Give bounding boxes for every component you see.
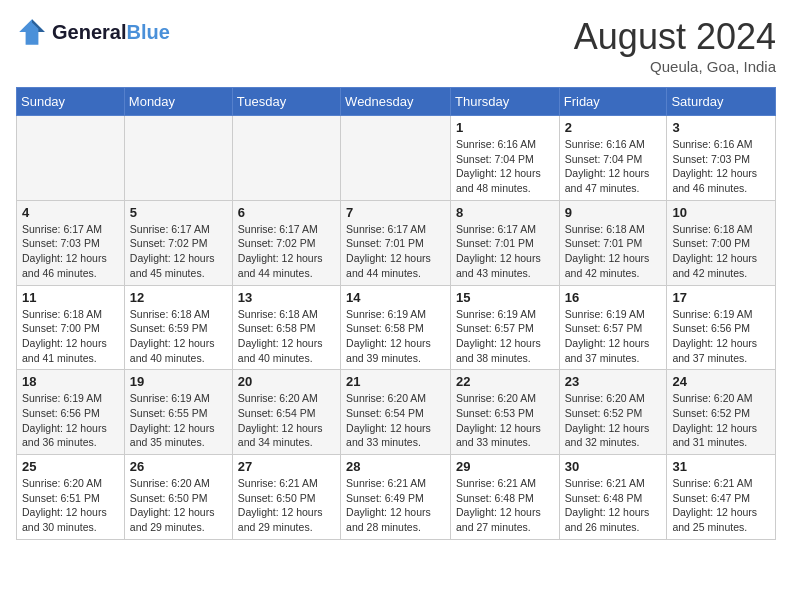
day-cell: 30Sunrise: 6:21 AM Sunset: 6:48 PM Dayli… <box>559 455 667 540</box>
day-info: Sunrise: 6:18 AM Sunset: 6:58 PM Dayligh… <box>238 307 335 366</box>
day-cell: 31Sunrise: 6:21 AM Sunset: 6:47 PM Dayli… <box>667 455 776 540</box>
day-number: 10 <box>672 205 770 220</box>
day-number: 21 <box>346 374 445 389</box>
day-cell: 18Sunrise: 6:19 AM Sunset: 6:56 PM Dayli… <box>17 370 125 455</box>
day-cell: 19Sunrise: 6:19 AM Sunset: 6:55 PM Dayli… <box>124 370 232 455</box>
day-cell: 1Sunrise: 6:16 AM Sunset: 7:04 PM Daylig… <box>451 116 560 201</box>
day-cell <box>17 116 125 201</box>
day-cell: 22Sunrise: 6:20 AM Sunset: 6:53 PM Dayli… <box>451 370 560 455</box>
week-row-5: 25Sunrise: 6:20 AM Sunset: 6:51 PM Dayli… <box>17 455 776 540</box>
day-number: 11 <box>22 290 119 305</box>
day-number: 29 <box>456 459 554 474</box>
day-number: 23 <box>565 374 662 389</box>
day-cell: 6Sunrise: 6:17 AM Sunset: 7:02 PM Daylig… <box>232 200 340 285</box>
day-info: Sunrise: 6:17 AM Sunset: 7:01 PM Dayligh… <box>346 222 445 281</box>
day-cell: 29Sunrise: 6:21 AM Sunset: 6:48 PM Dayli… <box>451 455 560 540</box>
month-title: August 2024 <box>574 16 776 58</box>
day-cell: 16Sunrise: 6:19 AM Sunset: 6:57 PM Dayli… <box>559 285 667 370</box>
day-cell: 17Sunrise: 6:19 AM Sunset: 6:56 PM Dayli… <box>667 285 776 370</box>
day-cell: 4Sunrise: 6:17 AM Sunset: 7:03 PM Daylig… <box>17 200 125 285</box>
day-info: Sunrise: 6:18 AM Sunset: 7:00 PM Dayligh… <box>22 307 119 366</box>
day-info: Sunrise: 6:21 AM Sunset: 6:49 PM Dayligh… <box>346 476 445 535</box>
day-number: 31 <box>672 459 770 474</box>
day-number: 18 <box>22 374 119 389</box>
day-cell: 27Sunrise: 6:21 AM Sunset: 6:50 PM Dayli… <box>232 455 340 540</box>
logo-icon <box>16 16 48 48</box>
day-cell: 7Sunrise: 6:17 AM Sunset: 7:01 PM Daylig… <box>341 200 451 285</box>
day-info: Sunrise: 6:17 AM Sunset: 7:02 PM Dayligh… <box>130 222 227 281</box>
day-number: 24 <box>672 374 770 389</box>
header-row: SundayMondayTuesdayWednesdayThursdayFrid… <box>17 88 776 116</box>
day-cell: 28Sunrise: 6:21 AM Sunset: 6:49 PM Dayli… <box>341 455 451 540</box>
day-cell: 11Sunrise: 6:18 AM Sunset: 7:00 PM Dayli… <box>17 285 125 370</box>
title-block: August 2024 Queula, Goa, India <box>574 16 776 75</box>
day-info: Sunrise: 6:20 AM Sunset: 6:54 PM Dayligh… <box>346 391 445 450</box>
day-cell: 23Sunrise: 6:20 AM Sunset: 6:52 PM Dayli… <box>559 370 667 455</box>
day-number: 4 <box>22 205 119 220</box>
day-number: 8 <box>456 205 554 220</box>
day-header-friday: Friday <box>559 88 667 116</box>
day-header-wednesday: Wednesday <box>341 88 451 116</box>
day-number: 22 <box>456 374 554 389</box>
day-info: Sunrise: 6:18 AM Sunset: 7:01 PM Dayligh… <box>565 222 662 281</box>
day-number: 2 <box>565 120 662 135</box>
day-number: 9 <box>565 205 662 220</box>
day-number: 13 <box>238 290 335 305</box>
day-info: Sunrise: 6:19 AM Sunset: 6:56 PM Dayligh… <box>672 307 770 366</box>
day-info: Sunrise: 6:19 AM Sunset: 6:57 PM Dayligh… <box>565 307 662 366</box>
day-info: Sunrise: 6:20 AM Sunset: 6:51 PM Dayligh… <box>22 476 119 535</box>
day-cell: 14Sunrise: 6:19 AM Sunset: 6:58 PM Dayli… <box>341 285 451 370</box>
day-info: Sunrise: 6:18 AM Sunset: 6:59 PM Dayligh… <box>130 307 227 366</box>
day-info: Sunrise: 6:17 AM Sunset: 7:03 PM Dayligh… <box>22 222 119 281</box>
logo-text: GeneralBlue <box>52 21 170 44</box>
day-number: 15 <box>456 290 554 305</box>
location: Queula, Goa, India <box>574 58 776 75</box>
logo: GeneralBlue <box>16 16 170 48</box>
week-row-3: 11Sunrise: 6:18 AM Sunset: 7:00 PM Dayli… <box>17 285 776 370</box>
day-number: 12 <box>130 290 227 305</box>
day-info: Sunrise: 6:19 AM Sunset: 6:57 PM Dayligh… <box>456 307 554 366</box>
day-info: Sunrise: 6:20 AM Sunset: 6:54 PM Dayligh… <box>238 391 335 450</box>
day-info: Sunrise: 6:20 AM Sunset: 6:52 PM Dayligh… <box>565 391 662 450</box>
day-number: 17 <box>672 290 770 305</box>
day-info: Sunrise: 6:21 AM Sunset: 6:47 PM Dayligh… <box>672 476 770 535</box>
day-cell: 26Sunrise: 6:20 AM Sunset: 6:50 PM Dayli… <box>124 455 232 540</box>
day-cell: 5Sunrise: 6:17 AM Sunset: 7:02 PM Daylig… <box>124 200 232 285</box>
day-cell <box>341 116 451 201</box>
day-cell: 8Sunrise: 6:17 AM Sunset: 7:01 PM Daylig… <box>451 200 560 285</box>
day-info: Sunrise: 6:18 AM Sunset: 7:00 PM Dayligh… <box>672 222 770 281</box>
day-number: 1 <box>456 120 554 135</box>
day-info: Sunrise: 6:19 AM Sunset: 6:58 PM Dayligh… <box>346 307 445 366</box>
day-number: 28 <box>346 459 445 474</box>
day-number: 6 <box>238 205 335 220</box>
day-info: Sunrise: 6:19 AM Sunset: 6:56 PM Dayligh… <box>22 391 119 450</box>
week-row-1: 1Sunrise: 6:16 AM Sunset: 7:04 PM Daylig… <box>17 116 776 201</box>
day-number: 16 <box>565 290 662 305</box>
day-info: Sunrise: 6:20 AM Sunset: 6:53 PM Dayligh… <box>456 391 554 450</box>
day-number: 7 <box>346 205 445 220</box>
day-info: Sunrise: 6:21 AM Sunset: 6:50 PM Dayligh… <box>238 476 335 535</box>
day-info: Sunrise: 6:20 AM Sunset: 6:50 PM Dayligh… <box>130 476 227 535</box>
day-info: Sunrise: 6:19 AM Sunset: 6:55 PM Dayligh… <box>130 391 227 450</box>
day-number: 20 <box>238 374 335 389</box>
day-cell: 2Sunrise: 6:16 AM Sunset: 7:04 PM Daylig… <box>559 116 667 201</box>
day-number: 5 <box>130 205 227 220</box>
day-header-saturday: Saturday <box>667 88 776 116</box>
day-header-sunday: Sunday <box>17 88 125 116</box>
week-row-4: 18Sunrise: 6:19 AM Sunset: 6:56 PM Dayli… <box>17 370 776 455</box>
day-number: 25 <box>22 459 119 474</box>
day-cell <box>124 116 232 201</box>
page-header: GeneralBlue August 2024 Queula, Goa, Ind… <box>16 16 776 75</box>
day-info: Sunrise: 6:21 AM Sunset: 6:48 PM Dayligh… <box>456 476 554 535</box>
day-info: Sunrise: 6:17 AM Sunset: 7:02 PM Dayligh… <box>238 222 335 281</box>
day-number: 3 <box>672 120 770 135</box>
day-cell <box>232 116 340 201</box>
day-info: Sunrise: 6:21 AM Sunset: 6:48 PM Dayligh… <box>565 476 662 535</box>
day-number: 30 <box>565 459 662 474</box>
day-cell: 25Sunrise: 6:20 AM Sunset: 6:51 PM Dayli… <box>17 455 125 540</box>
day-header-thursday: Thursday <box>451 88 560 116</box>
day-number: 19 <box>130 374 227 389</box>
day-header-monday: Monday <box>124 88 232 116</box>
day-info: Sunrise: 6:16 AM Sunset: 7:04 PM Dayligh… <box>565 137 662 196</box>
day-info: Sunrise: 6:17 AM Sunset: 7:01 PM Dayligh… <box>456 222 554 281</box>
